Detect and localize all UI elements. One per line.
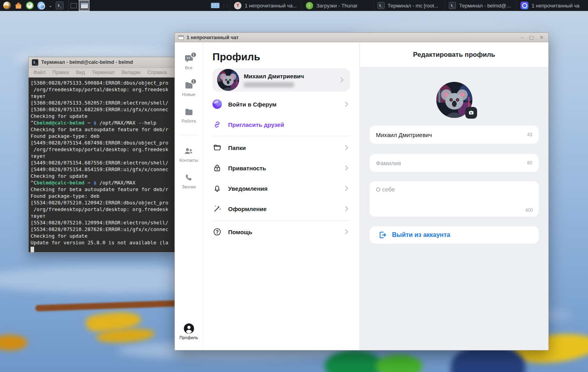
last-name-field-wrap: 60: [370, 154, 539, 172]
terminal-line: Found package-type: deb: [31, 133, 174, 139]
sferum-icon: [212, 99, 222, 109]
chevron-right-icon: [343, 144, 350, 151]
first-name-input[interactable]: [376, 132, 523, 138]
download-icon: ↓: [306, 2, 313, 9]
menu-item-sferum[interactable]: Войти в Сферум: [212, 94, 350, 114]
about-counter: 400: [525, 208, 533, 213]
menu-item-notifications[interactable]: Уведомления: [212, 178, 350, 199]
help-icon: [212, 227, 222, 237]
terminal-window-icon: $_: [32, 59, 38, 66]
workspace-1[interactable]: [68, 0, 79, 11]
chevron-right-icon: [338, 76, 345, 83]
menu-item-appearance[interactable]: Оформление: [212, 199, 350, 219]
workspace-switcher: [68, 0, 89, 11]
logout-button[interactable]: Выйти из аккаунта: [370, 226, 539, 244]
max-app-icon: [521, 2, 528, 9]
menu-item-folders[interactable]: Папки: [212, 137, 350, 158]
menu-edit[interactable]: Правка: [53, 70, 69, 75]
maximize-button[interactable]: ▢: [529, 35, 534, 40]
terminal-line: твует: [31, 213, 174, 219]
chromium-icon[interactable]: [37, 2, 45, 9]
chevron-down-icon[interactable]: ⌄: [49, 3, 52, 8]
terminal-menubar: Файл Правка Вид Терминал Вкладки Справка: [29, 68, 174, 78]
work-folder-icon: [184, 107, 194, 117]
max-y-icon: Y: [234, 2, 241, 9]
first-name-counter: 43: [527, 132, 532, 137]
keyboard-indicator-icon[interactable]: [211, 3, 220, 8]
chevron-right-icon: [343, 205, 350, 212]
green-circle-app-icon[interactable]: [26, 2, 34, 9]
close-button[interactable]: ✕: [539, 35, 544, 40]
terminal-prompt-line: ^Cbelmd@calc-belmd ~ $ /opt/MAX/MAX: [31, 179, 174, 186]
last-name-input[interactable]: [376, 160, 523, 166]
appearance-wand-icon: [212, 204, 222, 213]
taskbar: ⋮⋮ Y 1 непрочитанный ча... ↓ Загрузки - …: [207, 0, 588, 11]
home-icon[interactable]: [15, 2, 22, 9]
menu-view[interactable]: Вид: [76, 70, 85, 75]
messenger-window-icon: [178, 35, 184, 40]
chevron-right-icon: [343, 185, 350, 192]
messenger-titlebar[interactable]: 1 непрочитанный чат – ▢ ✕: [175, 33, 548, 42]
terminal-line: твует: [31, 153, 174, 159]
menu-item-help[interactable]: Помощь: [212, 222, 350, 242]
new-folder-icon: 1: [184, 81, 194, 90]
taskbar-item-max-chat[interactable]: Y 1 непрочитанный ча...: [230, 0, 301, 11]
first-name-field-wrap: 43: [370, 126, 539, 144]
change-avatar-button[interactable]: [465, 107, 477, 119]
terminal-line: твует: [31, 93, 174, 99]
profile-settings-column: Профиль Михаил Дмитриевич Войти в Сферум: [203, 42, 359, 350]
top-panel: ⌄ $_ ⋮⋮ Y 1 непрочитанный ча... ↓ Загруз…: [0, 0, 588, 11]
nav-item-all-chats[interactable]: 1 Все: [184, 54, 194, 70]
menu-item-invite-friends[interactable]: Пригласить друзей: [212, 114, 350, 135]
invite-link-icon: [212, 120, 222, 129]
nav-item-contacts[interactable]: Контакты: [180, 146, 198, 163]
menu-terminal[interactable]: Терминал: [92, 70, 115, 75]
about-field-wrap: 400: [370, 181, 539, 217]
terminal-line: Update for version 25.8.0 is not availab…: [31, 239, 174, 246]
terminal-titlebar[interactable]: $_ Терминал - belmd@calc-belmd - belmd: [29, 57, 174, 68]
workspace-2[interactable]: [79, 0, 89, 11]
messenger-window-title: 1 непрочитанный чат: [187, 35, 518, 40]
profile-card[interactable]: Михаил Дмитриевич: [212, 68, 350, 92]
taskbar-item-thunar[interactable]: ↓ Загрузки - Thunar: [301, 0, 373, 11]
camera-icon: [468, 110, 474, 116]
terminal-line: [5534:0828/075210.120942:ERROR:dbus/obje…: [31, 199, 174, 206]
menu-file[interactable]: Файл: [33, 70, 45, 75]
nav-item-new[interactable]: 1 Новые: [182, 81, 196, 97]
taskbar-item-max-chat-2[interactable]: 1 непрочитанный ча: [516, 0, 588, 11]
terminal-cursor: [31, 247, 34, 252]
distro-menu-icon[interactable]: [3, 2, 11, 9]
nav-item-profile[interactable]: Профиль: [180, 324, 198, 340]
terminal-window-title: Терминал - belmd@calc-belmd - belmd: [41, 60, 133, 65]
profile-phone-blurred: [244, 82, 294, 87]
terminal-line: Checking for update: [31, 173, 174, 179]
profile-card-texts: Михаил Дмитриевич: [244, 73, 334, 87]
terminal-line: Checking for beta autoupdate feature for…: [31, 186, 174, 193]
chevron-right-icon: [343, 228, 350, 235]
terminal-line: [5360:0828/075133.500884:ERROR:dbus/obje…: [31, 79, 174, 86]
messenger-window: 1 непрочитанный чат – ▢ ✕ 1 Все 1 Новые: [174, 33, 549, 350]
about-input[interactable]: [376, 186, 532, 208]
taskbar-item-terminal-mc[interactable]: $_ Терминал - mc [root...: [373, 0, 445, 11]
logout-icon: [378, 231, 387, 239]
nav-item-work[interactable]: Работа: [181, 107, 196, 123]
nav-item-calls[interactable]: Звонки: [182, 173, 196, 189]
divider: [212, 136, 350, 136]
minimize-button[interactable]: –: [521, 35, 524, 40]
terminal-line: [5449:0828/075154.854159:ERROR:ui/gfx/x/…: [31, 166, 174, 173]
terminal-launcher-icon[interactable]: $_: [56, 2, 64, 9]
terminal-line: /org/freedesktop/portal/desktop: org.fre…: [31, 206, 174, 213]
menu-tabs[interactable]: Вкладки: [122, 70, 140, 75]
taskbar-item-terminal-belmd[interactable]: $_ Терминал - belmd@c...: [445, 0, 516, 11]
profile-icon: [184, 324, 194, 333]
avatar-editor: [436, 82, 472, 118]
wallpaper-yellow-object: [0, 335, 27, 350]
menu-item-privacy[interactable]: Приватность: [212, 158, 350, 178]
menu-help[interactable]: Справка: [147, 70, 167, 75]
rail-divider: [180, 135, 198, 135]
terminal-line: Checking for update: [31, 113, 174, 119]
terminal-output[interactable]: [5360:0828/075133.500884:ERROR:dbus/obje…: [29, 78, 174, 252]
edit-profile-form: 43 60 400 Выйти из аккаунта: [360, 67, 548, 350]
page-title: Профиль: [212, 51, 350, 63]
calls-icon: [184, 173, 193, 182]
